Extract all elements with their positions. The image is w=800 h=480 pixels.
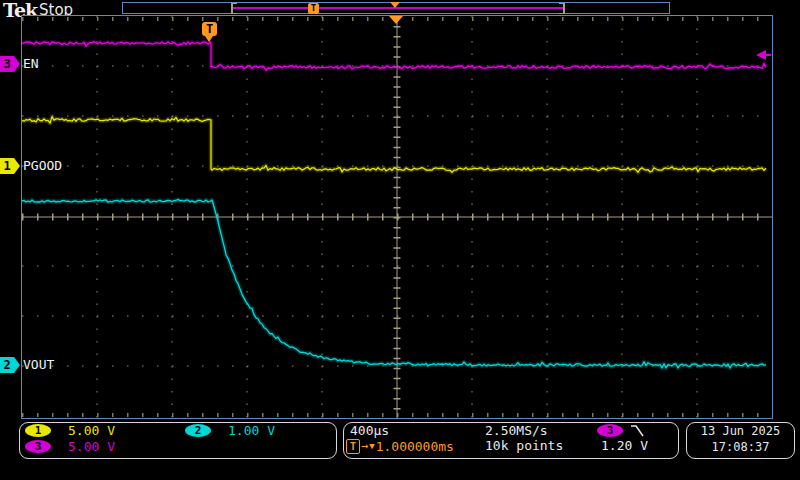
preview-expansion-triangle-icon[interactable] [390,2,400,8]
oscilloscope-screen: Tek Stop T [0,0,800,480]
trigger-position-flag-icon[interactable]: T [202,22,217,36]
ch1-badge[interactable]: 1 [25,424,51,437]
record-length-readout: 10k points [485,439,563,453]
delay-value: 1.000000ms [376,440,454,454]
delay-t-icon: T [346,439,360,454]
preview-window-bracket-left[interactable] [231,3,237,14]
date-readout: 13 Jun 2025 [686,424,795,438]
sample-rate-readout: 2.50MS/s [485,424,548,438]
waveform-traces [22,16,772,418]
trigger-level-arrow-tail [766,54,771,56]
ch2-badge[interactable]: 2 [185,424,211,437]
ch1-scale-readout[interactable]: 5.00 V [68,424,115,438]
trigger-level-arrow-icon[interactable] [756,50,766,60]
channel-marker-ch3[interactable]: 3 [0,56,20,72]
time-readout: 17:08:37 [686,440,795,454]
trace-vout [22,199,766,368]
ch3-badge[interactable]: 3 [25,440,51,453]
channel-marker-ch2-number: 2 [0,357,14,373]
falling-edge-icon [630,424,646,437]
channel-marker-ch3-number: 3 [0,56,14,72]
trace-label-pgood: PGOOD [23,159,62,173]
trace-label-vout: VOUT [23,358,54,372]
channel-marker-ch1-number: 1 [0,158,14,174]
trace-pgood [22,117,766,173]
graticule [21,15,773,419]
trigger-position-flag-tail [205,36,213,42]
delay-arrow-icon: → [361,440,368,453]
channel-marker-ch2[interactable]: 2 [0,357,20,373]
preview-trigger-t-icon[interactable]: T [308,3,319,14]
channel-marker-ch1[interactable]: 1 [0,158,20,174]
trigger-source-badge[interactable]: 3 [597,424,623,437]
ch3-scale-readout[interactable]: 5.00 V [68,440,115,454]
trace-label-en: EN [23,57,39,71]
preview-window-bracket-right[interactable] [559,3,565,14]
expansion-point-icon[interactable] [389,16,403,24]
delay-triangle-icon: ▼ [369,440,374,453]
trigger-level-readout[interactable]: 1.20 V [601,439,648,453]
timebase-readout[interactable]: 400µs [350,424,389,438]
ch2-scale-readout[interactable]: 1.00 V [228,424,275,438]
vertical-readout-box[interactable] [19,422,337,459]
delay-readout[interactable]: T→▼1.000000ms [346,439,454,454]
